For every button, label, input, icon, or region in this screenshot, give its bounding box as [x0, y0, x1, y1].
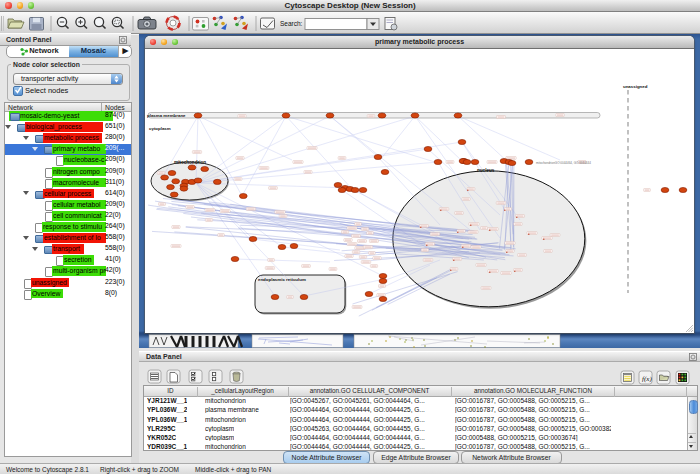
- svg-text:plasma membrane: plasma membrane: [147, 113, 186, 118]
- svg-text:cytoplasm: cytoplasm: [149, 126, 171, 131]
- svg-text:unassigned: unassigned: [623, 84, 648, 89]
- svg-text:mitochondrionGO:0044464, GO:00: mitochondrionGO:0044464, GO:0044444: [536, 161, 591, 165]
- svg-text:mitochondrion: mitochondrion: [174, 160, 206, 165]
- svg-text:endoplasmic reticulum: endoplasmic reticulum: [258, 277, 306, 282]
- svg-text:f(x): f(x): [642, 375, 652, 383]
- svg-text:nucleus: nucleus: [477, 168, 495, 173]
- svg-text:Search:: Search:: [280, 20, 303, 27]
